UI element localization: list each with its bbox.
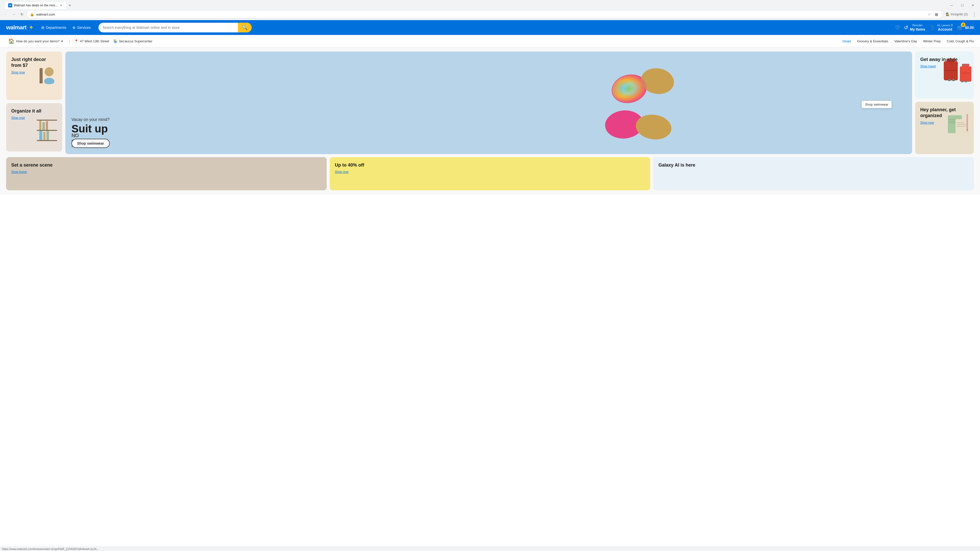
tab-favicon: W [8,3,12,7]
decor-visual [32,52,62,100]
discount-shop-link[interactable]: Shop now [335,170,645,174]
sub-nav: Deals Grocery & Essentials Valentine's D… [843,39,974,43]
orb-shape [45,67,54,76]
promo-left-column: Just right decor from $7 Shop now Organi… [6,52,62,154]
svg-rect-21 [961,81,963,83]
maximize-button[interactable]: ☐ [957,2,967,9]
svg-rect-23 [961,73,970,73]
street-address: 47 West 13th Street [80,39,109,43]
svg-rect-6 [39,131,42,140]
svg-rect-32 [966,114,968,129]
minimize-button[interactable]: — [946,2,956,9]
shelf-svg [34,112,60,143]
swimwear-tooltip: Shop swimwear [862,101,892,108]
lock-icon: 🔒 [30,12,34,16]
svg-rect-19 [960,66,971,82]
shelf-visual [32,103,62,151]
forward-button[interactable]: → [10,11,18,18]
winter-prep-link[interactable]: Winter Prep [923,39,941,43]
svg-rect-25 [948,119,956,120]
svg-rect-17 [952,79,955,81]
search-input[interactable] [99,23,238,32]
account-button[interactable]: 👤 Hi, Lauren D Account [929,24,953,32]
search-icon: 🔍 [242,25,248,30]
close-window-button[interactable]: ✕ [968,2,978,9]
store-icon: 🏪 [113,39,118,43]
planner-promo-card[interactable]: Hey planner, get organized Shop now [915,102,974,154]
incognito-icon: 🕵 [946,13,950,16]
main-promo-title: Suit up [72,123,110,135]
svg-rect-7 [43,132,45,140]
main-swimwear-promo[interactable]: Vacay on your mind? Suit up Shop swimwea… [65,52,912,154]
swimwear-svg [589,56,686,150]
logo-text: walmart [6,24,27,31]
search-button[interactable]: 🔍 [238,23,251,32]
notebook-visual [945,102,974,154]
header-search: 🔍 [99,23,251,32]
tab-bar: W Walmart has deals on the mos... ✕ + [5,2,73,9]
active-tab[interactable]: W Walmart has deals on the mos... ✕ [5,2,66,9]
bowl-shape [44,78,54,84]
promo-grid: Just right decor from $7 Shop now Organi… [6,52,974,154]
luggage-svg [942,56,973,94]
valentines-link[interactable]: Valentine's Day [894,39,917,43]
departments-button[interactable]: ⊞ Departments [39,24,69,31]
window-controls: — ☐ ✕ [946,2,978,9]
reading-mode-button[interactable]: ▦ [933,11,939,17]
delivery-icon: 🏠 [8,38,14,44]
scene-shop-link[interactable]: Shop home [11,170,321,174]
candle-shape [40,68,43,83]
galaxy-promo-title: Galaxy AI is here [659,162,969,168]
delivery-options-button[interactable]: 🏠 How do you want your items? ▾ [6,37,65,45]
incognito-profile-button[interactable]: 🕵 Incognito (2) [944,12,970,17]
svg-rect-2 [37,140,57,141]
tab-close-button[interactable]: ✕ [59,3,63,7]
address-bar[interactable]: 🔒 walmart.com ☆ ▦ [27,10,943,18]
chrome-menu-button[interactable]: ⋮ [971,11,978,18]
svg-rect-30 [957,124,967,125]
svg-rect-8 [46,131,49,140]
grocery-link[interactable]: Grocery & Essentials [857,39,888,43]
reorder-button[interactable]: ↺ Reorder My Items [904,24,925,32]
svg-rect-22 [965,81,967,83]
reorder-small-label: Reorder [910,24,925,27]
store-name: Secaucus Supercenter [119,39,153,43]
main-promo-content: Vacay on your mind? Suit up Shop swimwea… [72,118,110,148]
services-button[interactable]: ⊕ Services [70,24,94,31]
browser-chrome: W Walmart has deals on the mos... ✕ + — … [0,0,980,20]
discount-promo-card[interactable]: Up to 40% off Shop now [330,157,650,190]
bookmark-button[interactable]: ☆ [926,11,932,17]
travel-promo-card[interactable]: Get away in style Shop travel [915,52,974,99]
walmart-logo[interactable]: walmart ✦ [6,24,34,31]
cart-badge: 🛒 0 [957,24,963,30]
svg-rect-4 [42,122,45,130]
new-tab-button[interactable]: + [66,2,73,9]
location-icon: 📍 [74,39,78,43]
galaxy-promo-card[interactable]: Galaxy AI is here [653,157,974,190]
heart-icon: ♡ [895,24,900,30]
svg-rect-0 [37,120,57,121]
location-info: 📍 47 West 13th Street [74,39,109,43]
notebook-svg [947,113,972,143]
reload-button[interactable]: ↻ [18,11,25,18]
swimwear-visual [362,52,912,154]
spark-icon: ✦ [29,24,34,31]
cart-button[interactable]: 🛒 0 $0.00 [957,24,974,30]
svg-rect-16 [948,79,951,81]
deals-link[interactable]: Deals [843,39,851,43]
account-label: Account [937,27,953,32]
address-bar-icons: ☆ ▦ [926,11,939,17]
luggage-visual [942,52,974,99]
reorder-big-label: My Items [910,27,925,32]
wishlist-button[interactable]: ♡ [895,24,900,30]
person-icon: 👤 [929,24,935,30]
store-info: 🏪 Secaucus Supercenter [113,39,153,43]
cold-cough-link[interactable]: Cold, Cough & Flu [947,39,974,43]
scene-promo-card[interactable]: Set a serene scene Shop home [6,157,327,190]
back-button[interactable]: ← [2,11,9,18]
decor-promo-card[interactable]: Just right decor from $7 Shop now [6,52,62,100]
organize-promo-card[interactable]: Organize it all Shop now [6,103,62,151]
chevron-down-icon: ▾ [61,39,63,43]
shop-swimwear-button[interactable]: Shop swimwear [72,139,110,148]
svg-rect-18 [945,70,956,71]
